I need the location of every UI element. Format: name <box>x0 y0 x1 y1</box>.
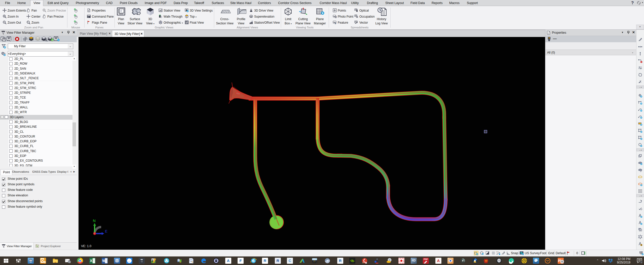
svg-text:Pro: Pro <box>498 261 500 263</box>
svg-text:1: 1 <box>641 261 642 263</box>
svg-text:E: E <box>105 229 107 233</box>
svg-text:N: N <box>93 218 96 223</box>
svg-text:0.1: 0.1 <box>497 251 499 253</box>
svg-text:31: 31 <box>68 261 71 263</box>
svg-text:64: 64 <box>485 260 487 262</box>
